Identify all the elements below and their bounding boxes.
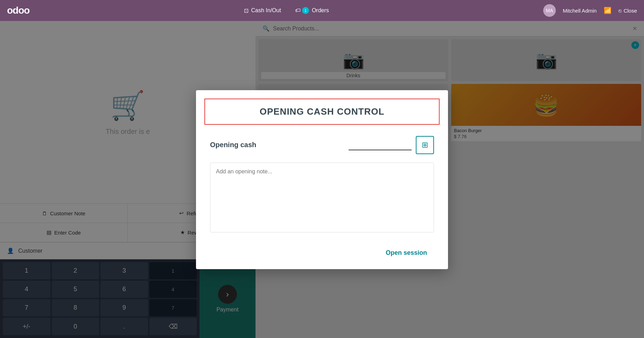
opening-cash-input-area: ⊞: [349, 136, 434, 154]
topnav-right: MA Mitchell Admin 📶 ⎋ Close: [543, 4, 637, 17]
calculator-button[interactable]: ⊞: [416, 136, 434, 154]
orders-badge: 1: [302, 7, 309, 14]
main-layout: 🛒 This order is e 🗒 Customer Note ↩ Refu…: [0, 21, 644, 338]
cash-in-out-label: Cash In/Out: [251, 7, 281, 14]
tag-icon: 🏷: [295, 7, 301, 14]
user-name: Mitchell Admin: [563, 8, 597, 14]
wifi-icon: 📶: [604, 7, 611, 14]
avatar: MA: [543, 4, 556, 17]
modal-header: OPENING CASH CONTROL: [204, 99, 440, 125]
cash-in-out-nav[interactable]: ⊡ Cash In/Out: [244, 7, 281, 14]
calculator-icon: ⊞: [422, 141, 428, 150]
cash-control-modal: OPENING CASH CONTROL Opening cash ⊞: [196, 90, 448, 269]
modal-body: Opening cash ⊞: [196, 125, 448, 245]
orders-label: Orders: [312, 7, 329, 14]
opening-note-textarea[interactable]: [210, 163, 434, 232]
topnav: odoo ⊡ Cash In/Out 🏷 1 Orders MA Mitchel…: [0, 0, 644, 21]
orders-nav[interactable]: 🏷 1 Orders: [295, 7, 329, 14]
open-session-button[interactable]: Open session: [379, 245, 434, 261]
topnav-center: ⊡ Cash In/Out 🏷 1 Orders: [40, 7, 533, 14]
close-label: Close: [624, 8, 637, 14]
exit-icon: ⎋: [618, 8, 622, 14]
logo: odoo: [7, 5, 29, 16]
close-button[interactable]: ⎋ Close: [618, 8, 637, 14]
opening-cash-row: Opening cash ⊞: [210, 136, 434, 154]
orders-badge-icon: 🏷 1: [295, 7, 309, 14]
opening-cash-input[interactable]: [349, 139, 412, 150]
modal-footer: Open session: [196, 245, 448, 269]
cash-icon: ⊡: [244, 7, 248, 14]
modal-title: OPENING CASH CONTROL: [212, 106, 432, 117]
open-session-label: Open session: [386, 249, 427, 256]
opening-cash-label: Opening cash: [210, 141, 256, 149]
modal-overlay: OPENING CASH CONTROL Opening cash ⊞: [0, 21, 644, 338]
